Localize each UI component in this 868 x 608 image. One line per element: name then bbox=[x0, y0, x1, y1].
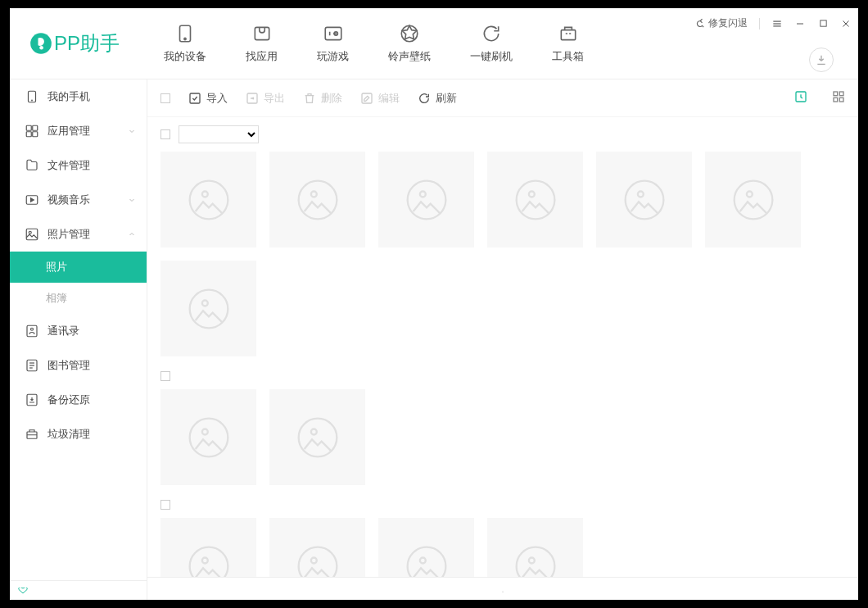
sidebar-item-8[interactable]: 垃圾清理 bbox=[10, 417, 147, 451]
svg-point-54 bbox=[201, 300, 207, 306]
sidebar-item-6[interactable]: 图书管理 bbox=[10, 348, 147, 383]
sidebar-icon bbox=[25, 324, 39, 338]
nav-tab-2[interactable]: 玩游戏 bbox=[317, 23, 349, 64]
nav-label: 我的设备 bbox=[164, 49, 206, 64]
heart-icon bbox=[18, 588, 28, 594]
sidebar-item-0[interactable]: 我的手机 bbox=[10, 79, 147, 114]
download-icon bbox=[815, 53, 828, 66]
svg-point-26 bbox=[31, 328, 34, 330]
sidebar-icon bbox=[25, 427, 39, 442]
clock-icon bbox=[794, 90, 807, 103]
svg-point-43 bbox=[298, 180, 337, 219]
sidebar-sub-4-0[interactable]: 照片 bbox=[10, 252, 147, 283]
svg-point-52 bbox=[746, 191, 752, 197]
svg-point-10 bbox=[184, 38, 186, 39]
sidebar-icon bbox=[25, 227, 39, 242]
export-button: 导出 bbox=[246, 91, 285, 106]
sidebar-label: 视频音乐 bbox=[47, 193, 90, 207]
group-checkbox[interactable] bbox=[160, 371, 170, 381]
export-label: 导出 bbox=[264, 91, 285, 106]
sidebar-sub-4-1[interactable]: 相簿 bbox=[10, 283, 147, 314]
toolbar: 导入 导出 删除 编辑 刷新 bbox=[147, 79, 858, 117]
minimize-button[interactable] bbox=[794, 18, 806, 29]
sidebar-icon bbox=[25, 158, 39, 173]
group-checkbox[interactable] bbox=[160, 129, 170, 139]
svg-point-41 bbox=[189, 180, 228, 219]
nav-tab-1[interactable]: 找应用 bbox=[246, 23, 278, 64]
svg-rect-4 bbox=[820, 20, 825, 26]
chevron-icon bbox=[127, 195, 137, 205]
delete-icon bbox=[303, 92, 316, 105]
import-icon bbox=[188, 92, 201, 105]
photo-thumb[interactable] bbox=[487, 152, 583, 247]
svg-point-17 bbox=[32, 100, 33, 101]
sidebar-label: 应用管理 bbox=[47, 124, 90, 138]
photo-thumb[interactable] bbox=[487, 518, 583, 577]
nav-tab-3[interactable]: 铃声壁纸 bbox=[388, 23, 431, 64]
photo-thumb[interactable] bbox=[596, 152, 692, 247]
sidebar-label: 我的手机 bbox=[47, 89, 90, 104]
group-select[interactable] bbox=[179, 125, 259, 143]
svg-point-46 bbox=[419, 191, 425, 197]
svg-rect-20 bbox=[26, 132, 31, 137]
group-checkbox[interactable] bbox=[160, 500, 170, 510]
sidebar: 我的手机应用管理文件管理视频音乐照片管理照片相簿通讯录图书管理备份还原垃圾清理 bbox=[10, 79, 147, 600]
refresh-label: 刷新 bbox=[436, 91, 457, 106]
svg-rect-40 bbox=[839, 98, 843, 102]
sidebar-item-7[interactable]: 备份还原 bbox=[10, 383, 147, 417]
sidebar-footer bbox=[10, 580, 147, 600]
close-button[interactable] bbox=[840, 18, 852, 29]
menu-button[interactable] bbox=[771, 18, 783, 29]
group-header-2 bbox=[160, 492, 845, 518]
refresh-button[interactable]: 刷新 bbox=[418, 91, 457, 106]
repair-label: 修复闪退 bbox=[708, 16, 748, 30]
nav-tab-5[interactable]: 工具箱 bbox=[552, 23, 584, 64]
photo-thumb[interactable] bbox=[378, 518, 474, 577]
view-grid-button[interactable] bbox=[832, 90, 845, 106]
nav-icon bbox=[174, 23, 196, 44]
photo-thumb[interactable] bbox=[378, 152, 474, 247]
nav-tab-4[interactable]: 一键刷机 bbox=[470, 23, 513, 64]
repair-crash[interactable]: 修复闪退 bbox=[694, 16, 748, 30]
nav-icon bbox=[399, 23, 420, 44]
sidebar-label: 垃圾清理 bbox=[47, 427, 90, 442]
svg-rect-23 bbox=[26, 229, 38, 240]
sidebar-icon bbox=[25, 193, 39, 207]
maximize-button[interactable] bbox=[817, 18, 829, 29]
sidebar-item-5[interactable]: 通讯录 bbox=[10, 314, 147, 348]
photo-thumb[interactable] bbox=[269, 152, 365, 247]
photo-thumb[interactable] bbox=[705, 152, 801, 247]
sidebar-item-3[interactable]: 视频音乐 bbox=[10, 183, 147, 217]
sidebar-item-4[interactable]: 照片管理 bbox=[10, 217, 147, 252]
nav-tab-0[interactable]: 我的设备 bbox=[164, 23, 206, 64]
photo-thumb[interactable] bbox=[160, 261, 256, 356]
svg-point-56 bbox=[201, 429, 207, 434]
select-all-checkbox[interactable] bbox=[160, 93, 170, 103]
svg-point-8 bbox=[39, 46, 43, 50]
photo-thumb[interactable] bbox=[269, 389, 365, 485]
sidebar-label: 图书管理 bbox=[47, 358, 90, 373]
photo-thumb[interactable] bbox=[160, 152, 256, 247]
downloads-button[interactable] bbox=[809, 48, 834, 72]
photo-thumb[interactable] bbox=[160, 389, 256, 485]
edit-icon bbox=[360, 92, 373, 105]
sidebar-item-1[interactable]: 应用管理 bbox=[10, 114, 147, 148]
import-button[interactable]: 导入 bbox=[188, 91, 228, 106]
titlebar-separator bbox=[759, 18, 760, 29]
sidebar-label: 文件管理 bbox=[47, 158, 90, 173]
svg-point-24 bbox=[29, 231, 31, 234]
status-bar: . bbox=[147, 577, 858, 600]
view-time-button[interactable] bbox=[794, 90, 807, 106]
svg-rect-37 bbox=[834, 92, 838, 96]
image-placeholder-icon bbox=[186, 286, 232, 332]
photo-thumb[interactable] bbox=[160, 518, 256, 577]
photo-thumb[interactable] bbox=[269, 518, 365, 577]
import-label: 导入 bbox=[206, 91, 228, 106]
svg-point-42 bbox=[201, 191, 207, 197]
svg-point-14 bbox=[401, 25, 418, 42]
svg-point-44 bbox=[310, 191, 316, 197]
svg-point-66 bbox=[528, 557, 534, 563]
image-placeholder-icon bbox=[295, 177, 341, 223]
svg-point-53 bbox=[189, 289, 228, 328]
sidebar-item-2[interactable]: 文件管理 bbox=[10, 148, 147, 183]
